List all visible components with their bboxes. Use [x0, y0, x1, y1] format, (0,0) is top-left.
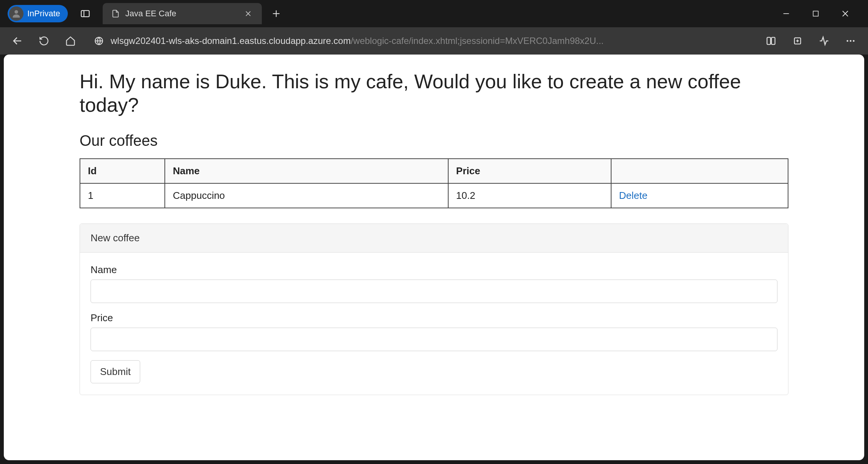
site-info-icon[interactable] [93, 35, 105, 47]
svg-point-20 [850, 40, 852, 42]
page-subheading: Our coffees [80, 132, 788, 149]
delete-link[interactable]: Delete [619, 190, 647, 201]
svg-rect-1 [81, 11, 89, 17]
submit-button[interactable]: Submit [91, 360, 140, 383]
performance-icon[interactable] [816, 33, 832, 48]
svg-rect-15 [771, 37, 775, 45]
tabs: Java EE Cafe [103, 0, 284, 27]
toolbar: wlsgw202401-wls-aks-domain1.eastus.cloud… [0, 27, 868, 55]
url-host: wlsgw202401-wls-aks-domain1.eastus.cloud… [111, 36, 351, 46]
tab-java-ee-cafe[interactable]: Java EE Cafe [103, 3, 262, 24]
name-input[interactable] [91, 280, 777, 303]
col-action [611, 159, 788, 183]
form-group-name: Name [91, 264, 777, 303]
name-label: Name [91, 264, 777, 276]
page-heading: Hi. My name is Duke. This is my cafe, Wo… [80, 70, 788, 117]
window-controls [779, 6, 860, 21]
svg-point-21 [853, 40, 855, 42]
collections-icon[interactable] [790, 33, 805, 48]
url-text: wlsgw202401-wls-aks-domain1.eastus.cloud… [111, 36, 604, 46]
tab-title: Java EE Cafe [125, 9, 238, 19]
table-row: 1 Cappuccino 10.2 Delete [80, 183, 788, 208]
more-menu-icon[interactable] [843, 33, 858, 48]
svg-rect-8 [813, 11, 818, 16]
inprivate-avatar-icon [9, 6, 23, 21]
cell-id: 1 [80, 183, 165, 208]
col-id: Id [80, 159, 165, 183]
minimize-button[interactable] [779, 6, 794, 21]
toolbar-right [763, 33, 858, 48]
cell-action: Delete [611, 183, 788, 208]
page-viewport: Hi. My name is Duke. This is my cafe, Wo… [4, 55, 864, 460]
cell-price: 10.2 [448, 183, 611, 208]
new-tab-button[interactable] [269, 6, 284, 21]
price-input[interactable] [91, 328, 777, 351]
page-icon [111, 9, 120, 18]
panel-title: New coffee [80, 224, 788, 253]
form-group-price: Price [91, 312, 777, 351]
tab-actions-icon[interactable] [78, 7, 92, 20]
svg-point-19 [847, 40, 849, 42]
inprivate-label: InPrivate [27, 9, 60, 19]
back-button[interactable] [10, 33, 25, 48]
col-price: Price [448, 159, 611, 183]
maximize-button[interactable] [808, 6, 823, 21]
col-name: Name [165, 159, 448, 183]
panel-body: Name Price Submit [80, 253, 788, 395]
close-tab-icon[interactable] [243, 8, 253, 19]
home-button[interactable] [63, 33, 78, 48]
refresh-button[interactable] [36, 33, 52, 48]
svg-rect-14 [767, 37, 771, 45]
close-window-button[interactable] [838, 6, 853, 21]
table-header-row: Id Name Price [80, 159, 788, 183]
cell-name: Cappuccino [165, 183, 448, 208]
url-path: /weblogic-cafe/index.xhtml;jsessionid=Mx… [351, 36, 604, 46]
browser-window: InPrivate Java EE Cafe [0, 0, 868, 464]
split-screen-icon[interactable] [763, 33, 779, 48]
address-bar[interactable]: wlsgw202401-wls-aks-domain1.eastus.cloud… [89, 32, 752, 50]
coffee-table: Id Name Price 1 Cappuccino 10.2 Delete [80, 158, 788, 208]
svg-point-0 [14, 10, 18, 14]
title-bar: InPrivate Java EE Cafe [0, 0, 868, 27]
price-label: Price [91, 312, 777, 324]
new-coffee-panel: New coffee Name Price Submit [80, 223, 788, 395]
inprivate-badge[interactable]: InPrivate [8, 5, 68, 22]
